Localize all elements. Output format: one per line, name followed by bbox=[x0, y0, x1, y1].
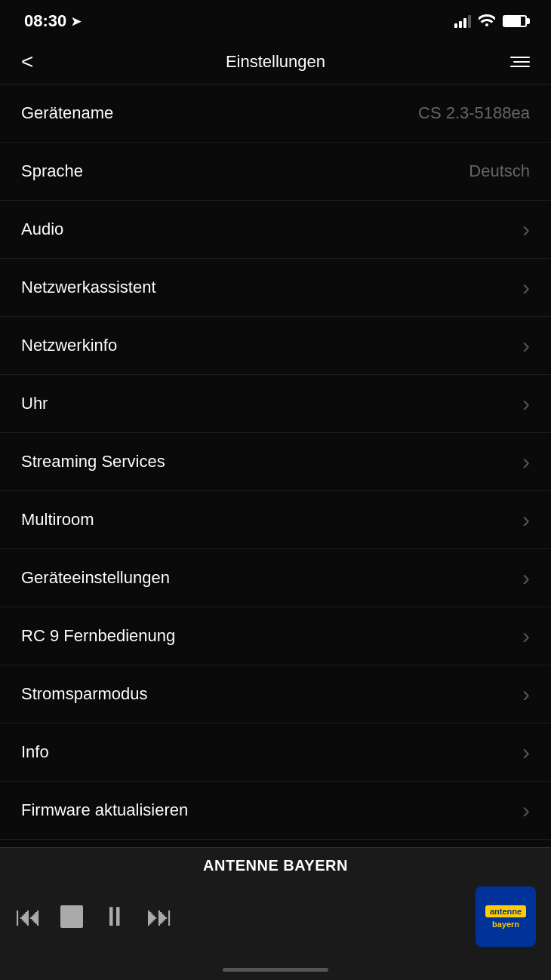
battery-icon bbox=[503, 15, 527, 27]
page-title: Einstellungen bbox=[51, 52, 500, 72]
logo-top-text: antenne bbox=[485, 905, 526, 917]
chevron-icon-info: › bbox=[522, 739, 530, 765]
chevron-icon-uhr: › bbox=[522, 391, 530, 416]
settings-item-netzwerkassistent[interactable]: Netzwerkassistent› bbox=[0, 259, 551, 317]
settings-item-geraeteeinstellungen[interactable]: Geräteeinstellungen› bbox=[0, 549, 551, 607]
clock-display: 08:30 bbox=[24, 11, 66, 31]
status-time: 08:30 ➤ bbox=[24, 11, 81, 31]
skip-previous-button[interactable]: ⏮ bbox=[15, 901, 42, 932]
settings-item-info[interactable]: Info› bbox=[0, 723, 551, 782]
chevron-icon-netzwerkinfo: › bbox=[522, 333, 530, 358]
settings-item-netzwerkinfo[interactable]: Netzwerkinfo› bbox=[0, 317, 551, 375]
settings-label-geraetename: Gerätename bbox=[21, 103, 113, 123]
list-icon-line3 bbox=[510, 66, 530, 67]
settings-label-streaming-services: Streaming Services bbox=[21, 452, 165, 472]
settings-item-sprache: SpracheDeutsch bbox=[0, 143, 551, 201]
list-icon-line2 bbox=[513, 61, 530, 63]
chevron-icon-firmware: › bbox=[522, 797, 530, 823]
station-logo-inner: antenne bayern bbox=[485, 905, 526, 929]
settings-label-sprache: Sprache bbox=[21, 161, 83, 181]
settings-item-uhr[interactable]: Uhr› bbox=[0, 375, 551, 433]
settings-value-geraetename: CS 2.3-5188ea bbox=[418, 103, 530, 123]
status-bar: 08:30 ➤ bbox=[0, 0, 551, 39]
settings-item-firmware[interactable]: Firmware aktualisieren› bbox=[0, 782, 551, 840]
signal-strength-icon bbox=[454, 14, 471, 28]
settings-label-netzwerkassistent: Netzwerkassistent bbox=[21, 278, 156, 297]
player-controls: ⏮ ⏸ ⏭ bbox=[15, 901, 463, 932]
settings-label-uhr: Uhr bbox=[21, 394, 48, 413]
logo-bottom-text: bayern bbox=[485, 920, 526, 929]
settings-label-audio: Audio bbox=[21, 220, 63, 239]
header: < Einstellungen bbox=[0, 39, 551, 84]
settings-label-geraeteeinstellungen: Geräteeinstellungen bbox=[21, 568, 170, 588]
settings-label-stromsparmodus: Stromsparmodus bbox=[21, 684, 148, 704]
settings-item-rc9-fernbedienung[interactable]: RC 9 Fernbedienung› bbox=[0, 607, 551, 665]
player-content: ⏮ ⏸ ⏭ antenne bayern bbox=[0, 874, 551, 959]
chevron-icon-streaming-services: › bbox=[522, 449, 530, 475]
list-icon bbox=[510, 57, 530, 58]
settings-item-stromsparmodus[interactable]: Stromsparmodus› bbox=[0, 665, 551, 723]
station-logo[interactable]: antenne bayern bbox=[476, 886, 536, 947]
settings-list: GerätenameCS 2.3-5188eaSpracheDeutschAud… bbox=[0, 84, 551, 840]
chevron-icon-audio: › bbox=[522, 217, 530, 242]
location-arrow-icon: ➤ bbox=[71, 14, 81, 29]
settings-label-rc9-fernbedienung: RC 9 Fernbedienung bbox=[21, 626, 175, 646]
chevron-icon-stromsparmodus: › bbox=[522, 681, 530, 707]
settings-label-netzwerkinfo: Netzwerkinfo bbox=[21, 336, 117, 355]
stop-button[interactable] bbox=[60, 905, 83, 928]
wifi-icon bbox=[479, 13, 495, 30]
settings-label-multiroom: Multiroom bbox=[21, 510, 94, 530]
settings-item-geraetename: GerätenameCS 2.3-5188ea bbox=[0, 84, 551, 143]
status-icons bbox=[454, 13, 527, 30]
settings-item-audio[interactable]: Audio› bbox=[0, 201, 551, 259]
skip-next-button[interactable]: ⏭ bbox=[146, 901, 174, 932]
settings-value-sprache: Deutsch bbox=[469, 161, 530, 181]
pause-button[interactable]: ⏸ bbox=[101, 901, 128, 932]
chevron-icon-rc9-fernbedienung: › bbox=[522, 623, 530, 649]
settings-label-firmware: Firmware aktualisieren bbox=[21, 800, 188, 820]
settings-item-streaming-services[interactable]: Streaming Services› bbox=[0, 433, 551, 491]
bottom-player: ANTENNE BAYERN ⏮ ⏸ ⏭ antenne bayern bbox=[0, 847, 551, 980]
chevron-icon-multiroom: › bbox=[522, 507, 530, 533]
home-bar bbox=[223, 968, 328, 972]
menu-button[interactable] bbox=[500, 57, 530, 67]
chevron-icon-geraeteeinstellungen: › bbox=[522, 565, 530, 591]
settings-label-info: Info bbox=[21, 742, 49, 762]
player-title: ANTENNE BAYERN bbox=[0, 848, 551, 874]
back-button[interactable]: < bbox=[21, 50, 51, 74]
home-indicator bbox=[0, 959, 551, 980]
settings-item-multiroom[interactable]: Multiroom› bbox=[0, 491, 551, 549]
chevron-icon-netzwerkassistent: › bbox=[522, 275, 530, 300]
